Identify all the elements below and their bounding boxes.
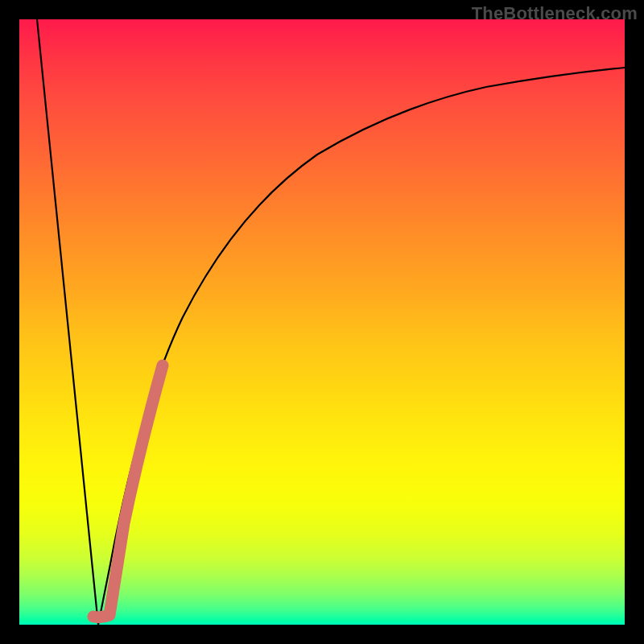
watermark-text: TheBottleneck.com bbox=[472, 3, 638, 24]
chart-frame: TheBottleneck.com bbox=[0, 0, 644, 644]
curve-left-branch bbox=[37, 19, 98, 625]
plot-area bbox=[19, 19, 625, 625]
curve-layer bbox=[19, 19, 625, 625]
highlight-segment bbox=[93, 365, 163, 617]
curve-right-branch bbox=[98, 68, 625, 625]
